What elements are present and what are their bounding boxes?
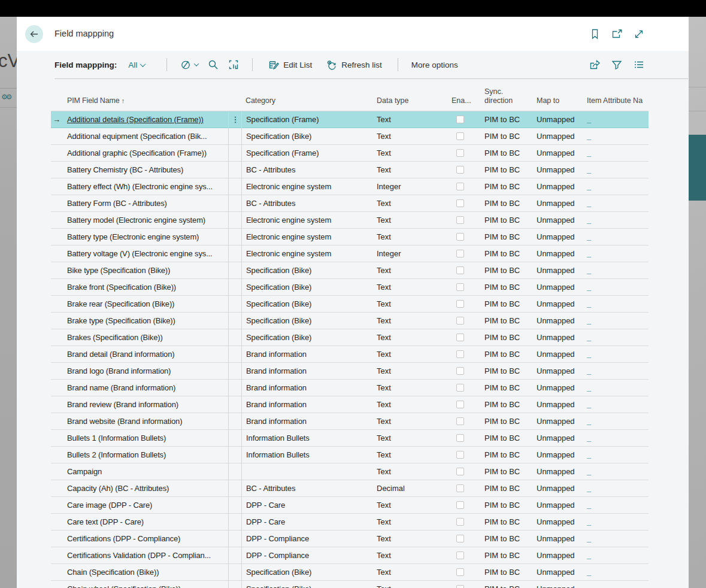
item-attribute-cell[interactable]: _	[575, 178, 648, 195]
sync-direction-cell[interactable]: PIM to BC	[472, 581, 525, 588]
data-type-cell[interactable]: Text	[372, 363, 447, 380]
pim-field-name-cell[interactable]: Additional details (Specification (Frame…	[65, 111, 229, 128]
category-cell[interactable]: Specification (Bike)	[241, 313, 372, 329]
map-to-cell[interactable]: Unmapped	[525, 514, 575, 531]
row-ellipsis-menu[interactable]	[229, 380, 242, 396]
enabled-checkbox[interactable]	[456, 484, 464, 492]
row-ellipsis-menu[interactable]	[229, 463, 242, 480]
sync-direction-cell[interactable]: PIM to BC	[472, 363, 525, 380]
item-attribute-cell[interactable]: _	[575, 531, 648, 547]
item-attribute-cell[interactable]: _	[575, 447, 648, 463]
row-ellipsis-menu[interactable]	[229, 313, 242, 329]
item-attribute-cell[interactable]: _	[575, 195, 648, 212]
map-to-cell[interactable]: Unmapped	[525, 447, 575, 463]
sync-direction-cell[interactable]: PIM to BC	[472, 262, 525, 279]
enabled-checkbox[interactable]	[456, 199, 464, 207]
map-to-cell[interactable]: Unmapped	[525, 212, 575, 229]
category-cell[interactable]: Information Bullets	[241, 430, 372, 447]
row-marker[interactable]	[51, 514, 65, 531]
search-button[interactable]	[208, 59, 219, 70]
enabled-checkbox[interactable]	[456, 568, 464, 576]
pim-field-name-cell[interactable]: Additional graphic (Specification (Frame…	[65, 145, 229, 162]
list-view-icon[interactable]	[633, 59, 645, 71]
table-row[interactable]: Brand website (Brand information)Brand i…	[51, 413, 649, 430]
table-row[interactable]: Battery Chemistry (BC - Attributes)BC - …	[51, 162, 649, 178]
sync-direction-cell[interactable]: PIM to BC	[472, 296, 525, 313]
category-cell[interactable]: Specification (Bike)	[241, 296, 372, 313]
item-attribute-cell[interactable]: _	[575, 313, 648, 329]
data-type-cell[interactable]: Text	[372, 346, 447, 363]
pim-field-name-cell[interactable]: Care text (DPP - Care)	[65, 514, 229, 531]
sync-direction-cell[interactable]: PIM to BC	[472, 497, 525, 514]
enabled-checkbox[interactable]	[456, 384, 464, 392]
sync-direction-cell[interactable]: PIM to BC	[472, 380, 525, 396]
row-marker[interactable]	[51, 229, 65, 245]
refresh-list-button[interactable]: Refresh list	[326, 60, 382, 70]
item-attribute-cell[interactable]: _	[575, 480, 648, 497]
enabled-checkbox[interactable]	[456, 266, 464, 274]
table-row[interactable]: Care image (DPP - Care)DPP - CareTextPIM…	[51, 497, 649, 514]
map-to-cell[interactable]: Unmapped	[525, 229, 575, 245]
pim-field-name-cell[interactable]: Battery model (Electronic engine system)	[65, 212, 229, 229]
table-row[interactable]: Battery type (Electronic engine system)E…	[51, 229, 649, 245]
row-ellipsis-menu[interactable]	[229, 262, 242, 279]
table-row[interactable]: Battery effect (Wh) (Electronic engine s…	[51, 178, 649, 195]
enabled-checkbox[interactable]	[456, 585, 464, 588]
table-row[interactable]: Capacity (Ah) (BC - Attributes)BC - Attr…	[51, 480, 649, 497]
map-to-cell[interactable]: Unmapped	[525, 363, 575, 380]
row-ellipsis-menu[interactable]	[229, 279, 242, 296]
pim-field-name-cell[interactable]: Brand website (Brand information)	[65, 413, 229, 430]
table-row[interactable]: CampaignTextPIM to BCUnmapped_	[51, 463, 649, 480]
enabled-checkbox[interactable]	[456, 300, 464, 308]
item-attribute-cell[interactable]: _	[575, 497, 648, 514]
row-marker[interactable]	[51, 195, 65, 212]
sync-direction-cell[interactable]: PIM to BC	[472, 313, 525, 329]
row-marker[interactable]	[51, 296, 65, 313]
enabled-checkbox[interactable]	[456, 434, 464, 442]
table-row[interactable]: Additional equipment (Specification (Bik…	[51, 128, 649, 145]
row-marker[interactable]	[51, 430, 65, 447]
data-type-cell[interactable]: Text	[372, 145, 447, 162]
sync-direction-cell[interactable]: PIM to BC	[472, 396, 525, 413]
map-to-cell[interactable]: Unmapped	[525, 497, 575, 514]
sync-direction-cell[interactable]: PIM to BC	[472, 463, 525, 480]
pim-field-name-cell[interactable]: Capacity (Ah) (BC - Attributes)	[65, 480, 229, 497]
row-ellipsis-menu[interactable]	[229, 480, 242, 497]
enabled-checkbox[interactable]	[456, 535, 464, 542]
table-row[interactable]: →Additional details (Specification (Fram…	[51, 111, 649, 128]
row-marker[interactable]	[51, 447, 65, 463]
column-header-pim-field-name[interactable]: PIM Field Name ↑	[65, 96, 229, 111]
item-attribute-cell[interactable]: _	[575, 380, 648, 396]
row-marker[interactable]	[51, 329, 65, 346]
sync-direction-cell[interactable]: PIM to BC	[472, 413, 525, 430]
category-cell[interactable]: Brand information	[241, 380, 372, 396]
pim-field-name-cell[interactable]: Certifications Validation (DPP - Complia…	[65, 547, 229, 564]
sync-direction-cell[interactable]: PIM to BC	[472, 329, 525, 346]
pim-field-name-cell[interactable]: Brake rear (Specification (Bike))	[65, 296, 229, 313]
row-ellipsis-menu[interactable]	[229, 396, 242, 413]
category-cell[interactable]: Electronic engine system	[241, 229, 372, 245]
row-ellipsis-menu[interactable]	[229, 229, 242, 245]
table-row[interactable]: Battery model (Electronic engine system)…	[51, 212, 649, 229]
map-to-cell[interactable]: Unmapped	[525, 296, 575, 313]
column-header-item-attribute[interactable]: Item Attribute Na	[575, 96, 648, 111]
row-ellipsis-menu[interactable]	[229, 145, 242, 162]
category-cell[interactable]: Specification (Bike)	[241, 128, 372, 145]
row-marker[interactable]	[51, 279, 65, 296]
row-marker[interactable]	[51, 564, 65, 581]
map-to-cell[interactable]: Unmapped	[525, 413, 575, 430]
column-header-category[interactable]: Category	[241, 96, 372, 111]
data-type-cell[interactable]: Decimal	[372, 480, 447, 497]
back-button[interactable]	[25, 25, 43, 43]
data-type-cell[interactable]: Text	[372, 162, 447, 178]
map-to-cell[interactable]: Unmapped	[525, 480, 575, 497]
table-row[interactable]: Brand detail (Brand information)Brand in…	[51, 346, 649, 363]
row-ellipsis-menu[interactable]	[229, 162, 242, 178]
data-type-cell[interactable]: Text	[372, 380, 447, 396]
data-type-cell[interactable]: Text	[372, 128, 447, 145]
item-attribute-cell[interactable]: _	[575, 396, 648, 413]
category-cell[interactable]: Specification (Bike)	[241, 581, 372, 588]
row-marker[interactable]	[51, 396, 65, 413]
category-cell[interactable]: Specification (Bike)	[241, 262, 372, 279]
map-to-cell[interactable]: Unmapped	[525, 262, 575, 279]
